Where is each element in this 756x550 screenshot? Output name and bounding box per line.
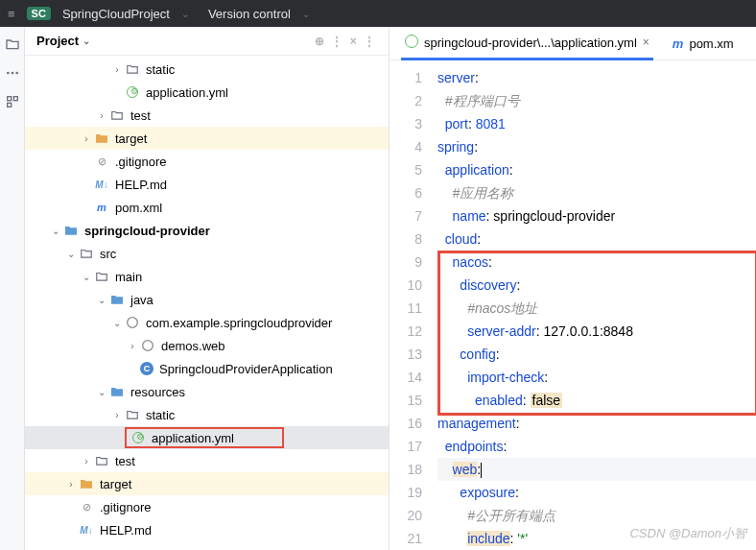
tree-row[interactable]: ›static <box>25 58 389 81</box>
svg-point-0 <box>7 72 10 75</box>
main-area: Project ⌄ ⊕ ⋮ × ⋮ ›static⚙application.ym… <box>0 27 756 550</box>
svg-rect-4 <box>13 97 17 101</box>
project-name[interactable]: SpringCloudProject <box>62 7 170 21</box>
svg-point-1 <box>11 72 13 75</box>
gutter: 123456789101112131415161718192021 <box>390 60 432 550</box>
tree-row[interactable]: ›static <box>25 403 389 426</box>
tab-label: pom.xm <box>689 36 733 51</box>
svg-point-6 <box>128 318 138 328</box>
tree-row[interactable]: ⌄main <box>25 265 389 288</box>
tree-row[interactable]: ⊘.gitignore <box>25 495 389 518</box>
yml-icon <box>405 35 418 51</box>
chevron-down-icon: ⌄ <box>181 9 189 19</box>
project-panel: Project ⌄ ⊕ ⋮ × ⋮ ›static⚙application.ym… <box>25 27 390 550</box>
chevron-down-icon: ⌄ <box>302 9 310 19</box>
topbar: ≡ SC SpringCloudProject ⌄ Version contro… <box>0 0 756 27</box>
close-icon[interactable]: × <box>643 36 650 49</box>
chevron-down-icon: ⌄ <box>83 36 90 46</box>
tree-row[interactable]: ›target <box>25 472 389 495</box>
editor-panel: springcloud-provider\...\application.yml… <box>390 27 756 550</box>
maven-icon: m <box>673 36 684 51</box>
tree-row[interactable]: ›test <box>25 449 389 472</box>
menu-icon[interactable]: ≡ <box>8 7 15 21</box>
tree-row[interactable]: ⌄java <box>25 288 389 311</box>
svg-rect-5 <box>7 103 11 107</box>
tree-row[interactable]: ⌄springcloud-provider <box>25 219 389 242</box>
tree-row[interactable]: ›test <box>25 104 389 127</box>
tree-row[interactable]: mpom.xml <box>25 196 389 219</box>
tree-row[interactable]: ⌄com.example.springcloudprovider <box>25 311 389 334</box>
tree-row[interactable]: ⚙application.yml <box>25 81 389 104</box>
panel-actions[interactable]: ⊕ ⋮ × ⋮ <box>315 35 377 48</box>
tree-row[interactable]: M↓HELP.md <box>25 173 389 196</box>
code-content[interactable]: server: #程序端口号 port: 8081spring: applica… <box>432 60 756 550</box>
svg-rect-3 <box>7 97 11 101</box>
tree-row[interactable]: CSpringcloudProviderApplication <box>25 357 389 380</box>
project-tree[interactable]: ›static⚙application.yml›test›target⊘.git… <box>25 56 389 550</box>
tree-row[interactable]: ›target <box>25 127 389 150</box>
tree-row[interactable]: ›demos.web <box>25 334 389 357</box>
tree-row[interactable]: ⊘.gitignore <box>25 150 389 173</box>
dots-icon[interactable] <box>5 65 20 81</box>
tree-row[interactable]: ⚙application.yml <box>25 426 389 449</box>
tool-rail <box>0 27 25 550</box>
folder-icon[interactable] <box>5 36 20 52</box>
panel-header: Project ⌄ ⊕ ⋮ × ⋮ <box>25 27 389 56</box>
structure-icon[interactable] <box>5 94 20 109</box>
watermark: CSDN @Damon小智 <box>629 525 746 542</box>
tree-row[interactable]: ⌄src <box>25 242 389 265</box>
vcs-menu[interactable]: Version control <box>208 7 291 21</box>
tree-row[interactable]: ⌄resources <box>25 380 389 403</box>
editor-tabs: springcloud-provider\...\application.yml… <box>390 27 756 60</box>
code-editor[interactable]: 123456789101112131415161718192021 server… <box>390 60 756 550</box>
panel-title[interactable]: Project <box>36 34 79 48</box>
tab-label: springcloud-provider\...\application.yml <box>424 36 637 50</box>
svg-point-2 <box>15 72 18 75</box>
tab-application-yml[interactable]: springcloud-provider\...\application.yml… <box>401 28 653 60</box>
svg-point-7 <box>143 341 154 351</box>
tab-pom-xml[interactable]: m pom.xm <box>669 27 738 60</box>
tree-row[interactable]: M↓HELP.md <box>25 518 389 541</box>
project-badge: SC <box>27 7 51 20</box>
